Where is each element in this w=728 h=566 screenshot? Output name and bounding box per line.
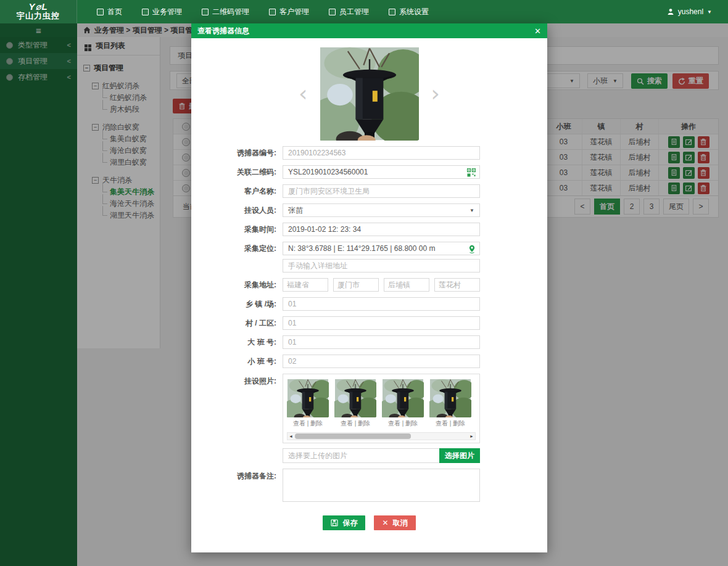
photo-thumbnail[interactable]: 查看 | 删除 [287, 379, 329, 428]
town-input[interactable] [384, 278, 429, 292]
photo-actions[interactable]: 查看 | 删除 [334, 419, 376, 428]
photo-list: 查看 | 删除 查看 | 删除 查看 | 删除 查看 | 删除 ◄ ► [283, 374, 480, 443]
town-no-input[interactable] [283, 297, 480, 311]
field-qr: 关联二维码: YSL2019010234560001 [191, 165, 547, 179]
photo-thumbnail[interactable]: 查看 | 删除 [382, 379, 424, 428]
modal-actions: 保存 ✕ 取消 [191, 515, 547, 530]
logo-text-en: Y⌀L [0, 2, 77, 11]
village-input[interactable] [434, 278, 480, 292]
menu-square-icon [142, 9, 149, 15]
photo-actions[interactable]: 查看 | 删除 [287, 419, 329, 428]
scroll-right-icon[interactable]: ► [469, 434, 474, 438]
person-select[interactable]: 张苗 ▼ [283, 203, 480, 217]
field-time: 采集时间: 2019-01-02 12: 23: 34 [191, 223, 547, 236]
nav-item-business[interactable]: 业务管理 [133, 0, 191, 23]
nav-item-employee[interactable]: 员工管理 [320, 0, 378, 23]
field-small-class: 小 班 号: [191, 355, 547, 368]
close-icon[interactable]: ✕ [534, 27, 541, 36]
time-input[interactable]: 2019-01-02 12: 23: 34 [283, 223, 480, 236]
username: yushenl [678, 7, 703, 16]
caret-down-icon: ▼ [707, 9, 712, 15]
nav-item-customer[interactable]: 客户管理 [260, 0, 318, 23]
customer-input[interactable] [283, 184, 480, 198]
nav-item-qrcode[interactable]: 二维码管理 [193, 0, 258, 23]
location-input[interactable]: N: 38°3.6788 | E: 114°29.1765 | 68.800 0… [283, 242, 480, 255]
remark-textarea[interactable] [283, 469, 480, 502]
field-person: 挂设人员: 张苗 ▼ [191, 203, 547, 217]
field-town-no: 乡 镇 /场: [191, 297, 547, 311]
horizontal-scrollbar[interactable]: ◄ ► [287, 432, 476, 440]
user-menu[interactable]: yushenl ▼ [651, 0, 728, 23]
upload-filename-input[interactable] [283, 448, 439, 463]
qr-input[interactable]: YSL2019010234560001 [283, 165, 480, 179]
menu-square-icon [97, 9, 104, 15]
top-navbar: Y⌀L 宇山力虫控 首页 业务管理 二维码管理 客户管理 员工管理 系统设置 y… [0, 0, 728, 23]
field-photos: 挂设照片: 查看 | 删除 查看 | 删除 查看 | 删除 查看 | 删除 ◄ [191, 374, 547, 463]
modal-body: ‹ › 诱捕器编号: 关联二维码: YSL2019010234560001 [191, 38, 547, 530]
location-pin-icon[interactable] [468, 245, 476, 253]
qr-code-icon[interactable] [467, 168, 476, 177]
menu-square-icon [329, 9, 336, 15]
nav-item-settings[interactable]: 系统设置 [380, 0, 437, 23]
upload-row: 选择图片 [283, 448, 480, 463]
logo-text-cn: 宇山力虫控 [0, 11, 77, 20]
trap-info-modal: 查看诱捕器信息 ✕ ‹ › 诱捕器编号: 关联二维码: YSL201901023… [191, 23, 547, 552]
small-class-input[interactable] [283, 355, 480, 368]
menu-square-icon [269, 9, 276, 15]
nav-item-home[interactable]: 首页 [88, 0, 131, 23]
choose-image-button[interactable]: 选择图片 [439, 448, 480, 463]
person-icon [667, 8, 674, 15]
field-location-detail [191, 259, 547, 273]
detail-address-input[interactable] [283, 259, 480, 273]
carousel-next-icon[interactable]: › [431, 83, 440, 105]
field-location: 采集定位: N: 38°3.6788 | E: 114°29.1765 | 68… [191, 242, 547, 255]
field-village-no: 村 / 工区: [191, 316, 547, 330]
field-address: 采集地址: [191, 278, 547, 292]
photo-thumbnail[interactable]: 查看 | 删除 [429, 379, 471, 428]
save-icon [331, 519, 338, 527]
field-customer: 客户名称: [191, 184, 547, 198]
big-class-input[interactable] [283, 335, 480, 349]
save-button[interactable]: 保存 [323, 515, 365, 530]
scroll-left-icon[interactable]: ◄ [289, 434, 293, 438]
caret-down-icon: ▼ [469, 208, 474, 213]
trap-photo [320, 47, 419, 141]
photo-actions[interactable]: 查看 | 删除 [382, 419, 424, 428]
carousel-prev-icon[interactable]: ‹ [299, 83, 307, 105]
menu-square-icon [202, 9, 209, 15]
trap-form: 诱捕器编号: 关联二维码: YSL2019010234560001 客户名称: … [191, 146, 547, 530]
modal-title: 查看诱捕器信息 [197, 26, 249, 36]
cancel-button[interactable]: ✕ 取消 [374, 515, 415, 530]
photo-carousel: ‹ › [191, 47, 547, 141]
field-big-class: 大 班 号: [191, 335, 547, 349]
scrollbar-thumb[interactable] [295, 433, 411, 439]
app-logo[interactable]: Y⌀L 宇山力虫控 [0, 0, 77, 23]
photo-actions[interactable]: 查看 | 删除 [429, 419, 471, 428]
field-remark: 诱捕器备注: [191, 469, 547, 502]
trap-no-input[interactable] [283, 146, 480, 160]
page: Y⌀L 宇山力虫控 首页 业务管理 二维码管理 客户管理 员工管理 系统设置 y… [0, 0, 728, 566]
village-no-input[interactable] [283, 316, 480, 330]
top-menu: 首页 业务管理 二维码管理 客户管理 员工管理 系统设置 [88, 0, 437, 23]
modal-header: 查看诱捕器信息 ✕ [191, 23, 547, 38]
field-trap-no: 诱捕器编号: [191, 146, 547, 160]
city-input[interactable] [333, 278, 379, 292]
menu-square-icon [389, 9, 395, 15]
x-icon: ✕ [382, 519, 388, 527]
photo-thumbnail[interactable]: 查看 | 删除 [334, 379, 376, 428]
province-input[interactable] [283, 278, 328, 292]
